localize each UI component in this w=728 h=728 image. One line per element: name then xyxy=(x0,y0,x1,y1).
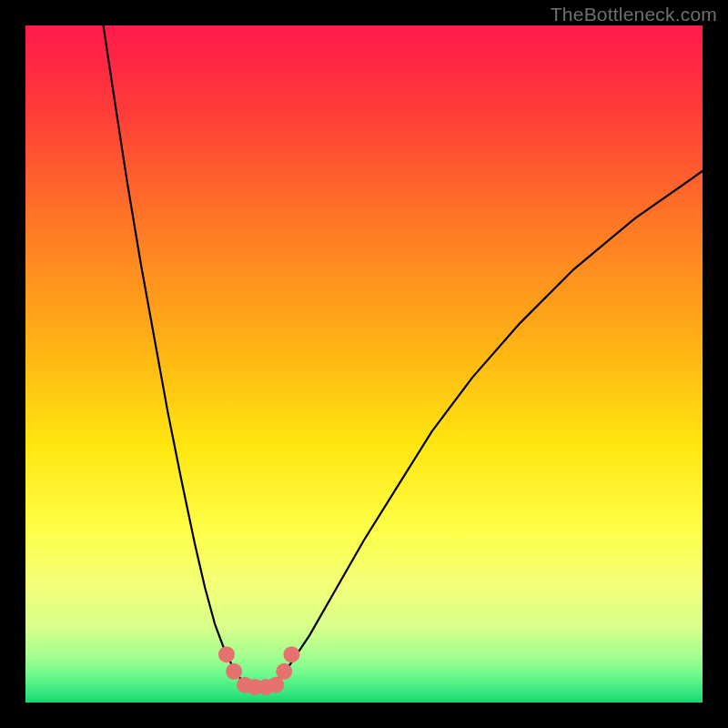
valley-marker xyxy=(276,663,292,680)
valley-marker xyxy=(218,646,235,662)
gradient-background xyxy=(25,25,703,703)
bottleneck-chart xyxy=(25,25,703,703)
valley-marker xyxy=(283,646,299,662)
watermark-text: TheBottleneck.com xyxy=(551,4,717,25)
outer-frame: TheBottleneck.com xyxy=(0,0,728,728)
valley-marker xyxy=(226,663,242,680)
